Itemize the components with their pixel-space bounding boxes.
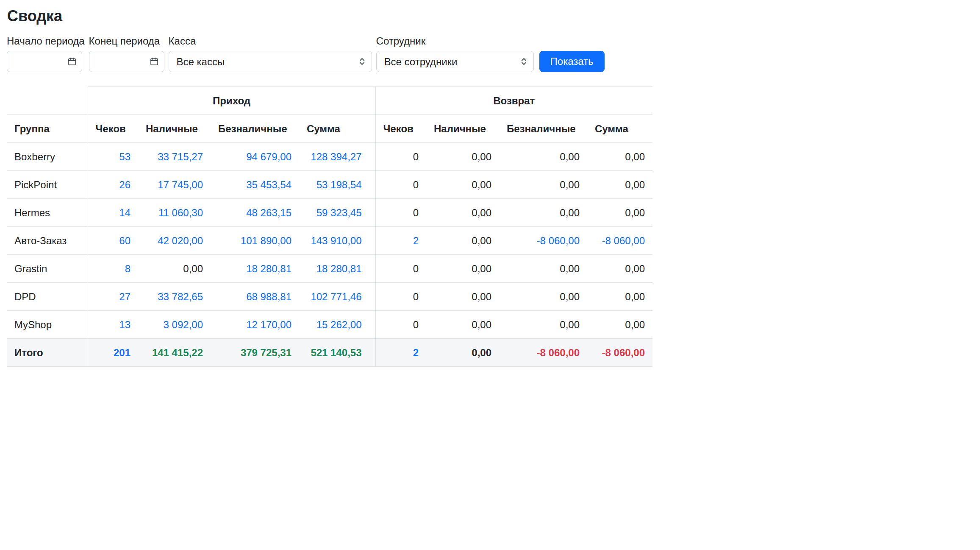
income-cashless-link[interactable]: 94 679,00 bbox=[246, 151, 292, 162]
total-label: Итого bbox=[7, 339, 88, 367]
income-total-link[interactable]: 53 198,54 bbox=[316, 179, 362, 190]
group-name: Авто-Заказ bbox=[7, 227, 88, 255]
income-receipts-link[interactable]: 27 bbox=[119, 291, 130, 302]
table-row: Hermes 14 11 060,30 48 263,15 59 323,45 … bbox=[7, 199, 652, 227]
corner-cell bbox=[7, 87, 88, 115]
period-start-field bbox=[7, 51, 82, 72]
page: Сводка Начало периода Конец периода bbox=[0, 0, 980, 373]
income-receipts-link[interactable]: 53 bbox=[119, 151, 130, 162]
income-cash-link[interactable]: 3 092,00 bbox=[164, 319, 203, 330]
refund-receipts-value: 0 bbox=[375, 283, 426, 311]
employee-field: Все сотрудники bbox=[376, 51, 534, 72]
total-refund-cash: 0,00 bbox=[426, 339, 499, 367]
total-income-cash: 141 415,22 bbox=[138, 339, 211, 367]
refund-total-header: Сумма bbox=[587, 115, 652, 143]
filter-cashbox: Касса Все кассы bbox=[169, 35, 372, 72]
income-cash-link[interactable]: 11 060,30 bbox=[158, 207, 203, 218]
page-title: Сводка bbox=[7, 7, 973, 25]
income-total-link[interactable]: 102 771,46 bbox=[311, 291, 361, 302]
refund-cash-value: 0,00 bbox=[426, 255, 499, 283]
income-total-link[interactable]: 128 394,27 bbox=[311, 151, 361, 162]
refund-receipts-value: 0 bbox=[375, 311, 426, 339]
refund-cashless-header: Безналичные bbox=[499, 115, 587, 143]
income-cashless-link[interactable]: 48 263,15 bbox=[246, 207, 292, 218]
refund-cashless-value: 0,00 bbox=[499, 255, 587, 283]
table-row: DPD 27 33 782,65 68 988,81 102 771,46 0 … bbox=[7, 283, 652, 311]
refund-cashless-value: 0,00 bbox=[499, 283, 587, 311]
income-receipts-link[interactable]: 60 bbox=[119, 235, 130, 246]
total-row: Итого 201 141 415,22 379 725,31 521 140,… bbox=[7, 339, 652, 367]
income-cashless-link[interactable]: 35 453,54 bbox=[246, 179, 292, 190]
income-cash-value: 0,00 bbox=[138, 255, 211, 283]
refund-total-value: 0,00 bbox=[587, 311, 652, 339]
summary-table: Приход Возврат Группа Чеков Наличные Без… bbox=[7, 87, 652, 367]
income-cash-link[interactable]: 33 782,65 bbox=[158, 291, 203, 302]
table-row: Boxberry 53 33 715,27 94 679,00 128 394,… bbox=[7, 143, 652, 171]
income-total-link[interactable]: 18 280,81 bbox=[316, 263, 362, 274]
cashbox-select[interactable]: Все кассы bbox=[169, 51, 372, 72]
refund-receipts-value: 0 bbox=[375, 171, 426, 199]
income-group-header: Приход bbox=[88, 87, 375, 115]
income-cash-link[interactable]: 17 745,00 bbox=[158, 179, 203, 190]
period-end-label: Конец периода bbox=[89, 35, 164, 47]
filter-period-start: Начало периода bbox=[7, 35, 85, 72]
income-cashless-link[interactable]: 101 890,00 bbox=[241, 235, 292, 246]
employee-select[interactable]: Все сотрудники bbox=[376, 51, 534, 72]
refund-receipts-value: 0 bbox=[375, 199, 426, 227]
income-receipts-header: Чеков bbox=[88, 115, 138, 143]
income-total-link[interactable]: 143 910,00 bbox=[311, 235, 361, 246]
refund-cash-value: 0,00 bbox=[426, 311, 499, 339]
group-name: DPD bbox=[7, 283, 88, 311]
refund-total-value: 0,00 bbox=[587, 283, 652, 311]
calendar-icon[interactable] bbox=[150, 57, 159, 66]
refund-receipts-value: 0 bbox=[375, 143, 426, 171]
refund-group-header: Возврат bbox=[375, 87, 652, 115]
refund-cashless-value: 0,00 bbox=[499, 143, 587, 171]
income-total-link[interactable]: 59 323,45 bbox=[316, 207, 362, 218]
show-button[interactable]: Показать bbox=[539, 51, 605, 72]
calendar-icon[interactable] bbox=[67, 57, 77, 66]
income-total-link[interactable]: 15 262,00 bbox=[316, 319, 362, 330]
refund-cash-value: 0,00 bbox=[426, 171, 499, 199]
group-name: Grastin bbox=[7, 255, 88, 283]
income-cashless-header: Безналичные bbox=[211, 115, 299, 143]
refund-cashless-value: 0,00 bbox=[499, 171, 587, 199]
column-header-row: Группа Чеков Наличные Безналичные Сумма … bbox=[7, 115, 652, 143]
refund-cash-header: Наличные bbox=[426, 115, 499, 143]
table-row: Авто-Заказ 60 42 020,00 101 890,00 143 9… bbox=[7, 227, 652, 255]
total-refund-receipts-link[interactable]: 2 bbox=[413, 347, 419, 358]
income-receipts-link[interactable]: 8 bbox=[125, 263, 130, 274]
refund-total-link[interactable]: -8 060,00 bbox=[602, 235, 645, 246]
group-name: Boxberry bbox=[7, 143, 88, 171]
income-cash-header: Наличные bbox=[138, 115, 211, 143]
refund-cash-value: 0,00 bbox=[426, 143, 499, 171]
filter-period-end: Конец периода bbox=[89, 35, 164, 72]
group-name: PickPoint bbox=[7, 171, 88, 199]
income-cashless-link[interactable]: 12 170,00 bbox=[246, 319, 292, 330]
refund-cashless-link[interactable]: -8 060,00 bbox=[537, 235, 580, 246]
total-income-cashless: 379 725,31 bbox=[211, 339, 299, 367]
total-refund-total: -8 060,00 bbox=[587, 339, 652, 367]
income-receipts-link[interactable]: 26 bbox=[119, 179, 130, 190]
total-income-receipts-link[interactable]: 201 bbox=[114, 347, 130, 358]
income-receipts-link[interactable]: 13 bbox=[119, 319, 130, 330]
income-cashless-link[interactable]: 18 280,81 bbox=[246, 263, 292, 274]
income-cashless-link[interactable]: 68 988,81 bbox=[246, 291, 292, 302]
period-start-label: Начало периода bbox=[7, 35, 85, 47]
total-income-total: 521 140,53 bbox=[299, 339, 375, 367]
income-cash-link[interactable]: 42 020,00 bbox=[158, 235, 203, 246]
cashbox-field: Все кассы bbox=[169, 51, 372, 72]
refund-cash-value: 0,00 bbox=[426, 227, 499, 255]
filter-bar: Начало периода Конец периода bbox=[7, 35, 973, 72]
cashbox-label: Касса bbox=[169, 35, 372, 47]
refund-cash-value: 0,00 bbox=[426, 199, 499, 227]
employee-label: Сотрудник bbox=[376, 35, 534, 47]
refund-receipts-link[interactable]: 2 bbox=[413, 235, 419, 246]
total-refund-cashless: -8 060,00 bbox=[499, 339, 587, 367]
table-row: PickPoint 26 17 745,00 35 453,54 53 198,… bbox=[7, 171, 652, 199]
income-receipts-link[interactable]: 14 bbox=[119, 207, 130, 218]
refund-receipts-value: 0 bbox=[375, 255, 426, 283]
income-cash-link[interactable]: 33 715,27 bbox=[158, 151, 203, 162]
refund-receipts-header: Чеков bbox=[375, 115, 426, 143]
refund-cashless-value: 0,00 bbox=[499, 199, 587, 227]
